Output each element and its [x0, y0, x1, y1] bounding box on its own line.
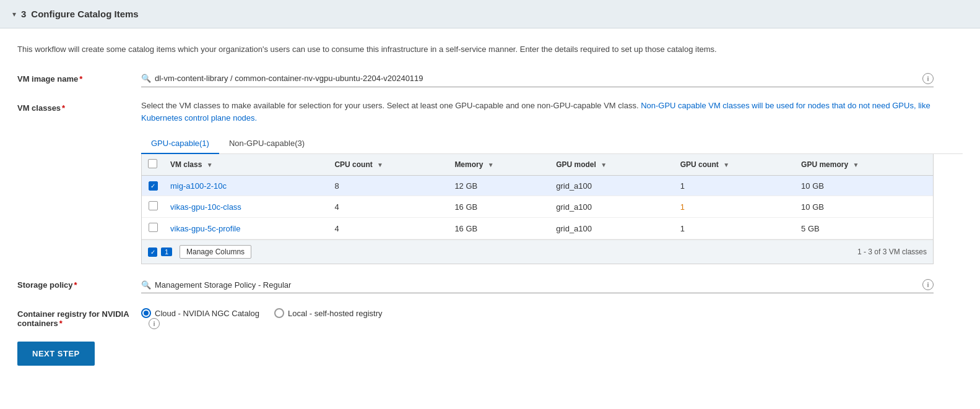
th-gpu-memory[interactable]: GPU memory ▼ — [795, 154, 933, 176]
search-icon: 🔍 — [141, 280, 151, 290]
vm-image-input-wrapper: 🔍 i — [141, 71, 934, 87]
th-select-all[interactable] — [142, 154, 164, 176]
required-indicator: * — [62, 103, 65, 113]
row-1-memory: 12 GB — [448, 176, 550, 196]
required-indicator: * — [74, 280, 77, 290]
table-footer: 1 Manage Columns 1 - 3 of 3 VM classes — [142, 239, 933, 264]
vm-image-input[interactable] — [155, 74, 914, 83]
select-all-checkbox[interactable] — [148, 159, 157, 168]
page-title: Configure Catalog Items — [31, 9, 138, 19]
storage-policy-input[interactable] — [155, 280, 914, 290]
row-3-cpu-count: 4 — [328, 218, 448, 239]
step-number: 3 — [21, 9, 26, 19]
vm-classes-table-container: VM class ▼ CPU count ▼ Memory ▼ — [141, 154, 934, 264]
row-1-checkbox[interactable] — [149, 181, 158, 191]
selected-count-badge: 1 — [161, 248, 172, 256]
row-2-gpu-model: grid_a100 — [550, 196, 674, 218]
page-description: This workflow will create some catalog i… — [17, 43, 822, 56]
vm-classes-label: VM classes* — [17, 100, 141, 113]
storage-policy-input-wrapper: 🔍 i — [141, 277, 934, 293]
storage-policy-label: Storage policy* — [17, 277, 141, 290]
vm-classes-section: VM classes* Select the VM classes to mak… — [17, 100, 963, 265]
vm-image-label: VM image name* — [17, 71, 141, 84]
vm-image-section: VM image name* 🔍 i — [17, 71, 963, 87]
search-icon: 🔍 — [141, 74, 151, 83]
sort-icon-gpu-count: ▼ — [723, 161, 729, 168]
row-3-gpu-memory: 5 GB — [795, 218, 933, 239]
required-indicator: * — [79, 74, 82, 84]
row-checkbox-cell[interactable] — [142, 176, 164, 196]
radio-option-local[interactable]: Local - self-hosted registry — [274, 308, 382, 318]
row-1-vm-class-link[interactable]: mig-a100-2-10c — [170, 181, 227, 191]
radio-local-label: Local - self-hosted registry — [288, 309, 382, 318]
radio-local-indicator[interactable] — [274, 308, 284, 318]
row-3-gpu-model: grid_a100 — [550, 218, 674, 239]
info-icon[interactable]: i — [149, 318, 160, 329]
next-step-button[interactable]: NEXT STEP — [17, 342, 95, 366]
table-header-row: VM class ▼ CPU count ▼ Memory ▼ — [142, 154, 933, 176]
storage-policy-control: 🔍 i — [141, 277, 963, 293]
sort-icon-cpu: ▼ — [377, 161, 383, 168]
sort-icon-gpu-model: ▼ — [601, 161, 607, 168]
radio-cloud-label: Cloud - NVIDIA NGC Catalog — [155, 309, 259, 318]
sort-icon-memory: ▼ — [488, 161, 494, 168]
tab-gpu-capable[interactable]: GPU-capable(1) — [141, 134, 219, 154]
th-cpu-count[interactable]: CPU count ▼ — [328, 154, 448, 176]
table-row[interactable]: vikas-gpu-10c-class 4 16 GB grid_a100 1 … — [142, 196, 933, 218]
chevron-down-icon: ▾ — [12, 10, 16, 19]
row-1-gpu-memory: 10 GB — [795, 176, 933, 196]
radio-cloud-indicator[interactable] — [141, 308, 151, 318]
row-1-vm-class: mig-a100-2-10c — [164, 176, 328, 196]
footer-checkbox[interactable] — [148, 248, 157, 257]
container-registry-control: Cloud - NVIDIA NGC Catalog Local - self-… — [141, 306, 963, 329]
pagination-text: 1 - 3 of 3 VM classes — [857, 248, 927, 256]
th-gpu-model[interactable]: GPU model ▼ — [550, 154, 674, 176]
vm-classes-content: Select the VM classes to make available … — [141, 100, 963, 265]
info-icon[interactable]: i — [922, 73, 934, 84]
page-content: This workflow will create some catalog i… — [0, 28, 980, 409]
row-1-gpu-model: grid_a100 — [550, 176, 674, 196]
container-registry-label: Container registry for NVIDIA containers… — [17, 306, 141, 328]
th-gpu-count[interactable]: GPU count ▼ — [674, 154, 795, 176]
row-checkbox-cell[interactable] — [142, 218, 164, 239]
next-step-area: NEXT STEP — [17, 342, 963, 366]
vm-classes-tabs: GPU-capable(1) Non-GPU-capable(3) — [141, 134, 963, 154]
footer-checkbox-area: 1 — [148, 248, 172, 257]
th-vm-class[interactable]: VM class ▼ — [164, 154, 328, 176]
row-1-cpu-count: 8 — [328, 176, 448, 196]
radio-group: Cloud - NVIDIA NGC Catalog Local - self-… — [141, 306, 963, 318]
tab-non-gpu-capable[interactable]: Non-GPU-capable(3) — [219, 134, 314, 154]
required-indicator: * — [59, 319, 63, 328]
manage-columns-button[interactable]: Manage Columns — [180, 245, 251, 259]
row-3-checkbox[interactable] — [149, 223, 158, 232]
row-2-gpu-memory: 10 GB — [795, 196, 933, 218]
row-2-memory: 16 GB — [448, 196, 550, 218]
row-3-memory: 16 GB — [448, 218, 550, 239]
table-row[interactable]: vikas-gpu-5c-profile 4 16 GB grid_a100 1… — [142, 218, 933, 239]
row-3-vm-class: vikas-gpu-5c-profile — [164, 218, 328, 239]
row-3-gpu-count: 1 — [674, 218, 795, 239]
container-registry-section: Container registry for NVIDIA containers… — [17, 306, 963, 329]
storage-policy-section: Storage policy* 🔍 i — [17, 277, 963, 293]
th-memory[interactable]: Memory ▼ — [448, 154, 550, 176]
row-2-vm-class: vikas-gpu-10c-class — [164, 196, 328, 218]
row-2-gpu-count: 1 — [674, 196, 795, 218]
vm-classes-description: Select the VM classes to make available … — [141, 100, 934, 126]
row-1-gpu-count: 1 — [674, 176, 795, 196]
radio-option-cloud[interactable]: Cloud - NVIDIA NGC Catalog — [141, 308, 259, 318]
table-row[interactable]: mig-a100-2-10c 8 12 GB grid_a100 1 10 GB — [142, 176, 933, 196]
row-3-vm-class-link[interactable]: vikas-gpu-5c-profile — [170, 224, 240, 233]
row-2-vm-class-link[interactable]: vikas-gpu-10c-class — [170, 202, 241, 212]
info-icon[interactable]: i — [922, 279, 934, 290]
row-2-cpu-count: 4 — [328, 196, 448, 218]
sort-icon-gpu-memory: ▼ — [852, 161, 859, 168]
page-header: ▾ 3 Configure Catalog Items — [0, 0, 980, 28]
vm-image-control: 🔍 i — [141, 71, 963, 87]
sort-icon-vm-class: ▼ — [207, 161, 213, 168]
row-2-checkbox[interactable] — [149, 201, 158, 210]
row-checkbox-cell[interactable] — [142, 196, 164, 218]
vm-classes-table: VM class ▼ CPU count ▼ Memory ▼ — [142, 154, 933, 239]
page-container: ▾ 3 Configure Catalog Items This workflo… — [0, 0, 980, 409]
